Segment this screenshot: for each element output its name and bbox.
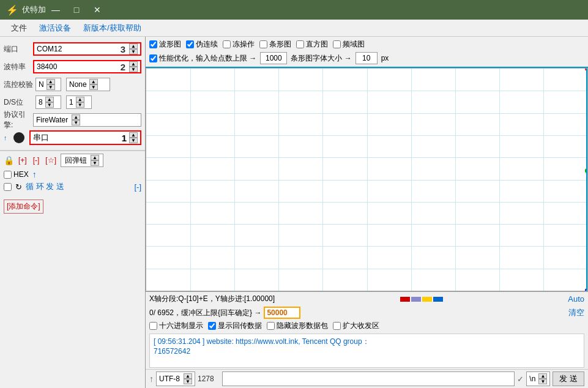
baud-down[interactable]: ▼	[129, 67, 138, 72]
perf-checkbox[interactable]	[149, 54, 157, 62]
close-button[interactable]: ✕	[87, 2, 107, 18]
toolbar-row2: 性能优化，输入绘点数上限 → 条形图字体大小 → px	[146, 52, 588, 68]
expand-recv-checkbox[interactable]	[333, 322, 341, 330]
send-mode-up[interactable]: ▲	[129, 132, 138, 138]
lock-row: 🔒 [+] [-] [☆] 回弹钮 ▲ ▼	[4, 154, 141, 167]
port-up[interactable]: ▲	[129, 43, 138, 49]
loop-checkbox[interactable]	[4, 183, 12, 191]
send-up-icon[interactable]: ↑	[149, 374, 154, 384]
ds-select2[interactable]: 1 ▲ ▼	[66, 95, 92, 109]
send-mode-spinner[interactable]: ▲ ▼	[129, 132, 138, 143]
hide-wave-checkbox[interactable]	[267, 322, 275, 330]
port-badge: 3	[121, 44, 125, 54]
connection-dot	[13, 132, 24, 143]
ds-select1[interactable]: 8 ▲ ▼	[35, 95, 61, 109]
flow-spin1[interactable]: ▲ ▼	[47, 79, 55, 90]
flow-down2[interactable]: ▼	[89, 84, 98, 90]
waveform-checkbox[interactable]	[149, 40, 157, 48]
clear-link[interactable]: 清空	[568, 307, 584, 318]
add-bracket-btn[interactable]: [+]	[17, 155, 29, 165]
protocol-select[interactable]: FireWater ▲ ▼	[33, 113, 141, 127]
ds-up2[interactable]: ▲	[76, 97, 84, 102]
add-cmd-btn[interactable]: [添加命令]	[4, 200, 43, 214]
protocol-spinner[interactable]: ▲ ▼	[72, 114, 80, 125]
hide-wave-check: 隐藏波形数据包	[267, 321, 328, 331]
sub-bracket-btn[interactable]: [-]	[31, 155, 42, 165]
newline-down[interactable]: ▼	[538, 379, 547, 384]
bounce-up[interactable]: ▲	[91, 155, 99, 160]
buffer-input[interactable]	[264, 307, 300, 319]
encoding-value: UTF-8	[159, 375, 180, 383]
port-down[interactable]: ▼	[129, 49, 138, 54]
menu-help[interactable]: 新版本/获取帮助	[77, 20, 147, 36]
bounce-btn[interactable]: 回弹钮 ▲ ▼	[61, 154, 103, 167]
encoding-spinner[interactable]: ▲ ▼	[184, 373, 192, 384]
lock-icon[interactable]: 🔒	[4, 155, 14, 165]
freq-checkbox[interactable]	[333, 40, 341, 48]
hex-checkbox[interactable]	[4, 171, 12, 179]
baud-row: 波特率 38400 2 ▲ ▼	[4, 59, 141, 75]
bar-font-input[interactable]	[355, 52, 378, 64]
bounce-label: 回弹钮	[65, 155, 87, 166]
menu-activate[interactable]: 激活设备	[33, 20, 77, 36]
encoding-select[interactable]: UTF-8 ▲ ▼	[156, 371, 195, 386]
baud-badge: 2	[121, 62, 125, 72]
loop-sub-btn[interactable]: [-]	[134, 182, 141, 192]
newline-select[interactable]: \n ▲ ▼	[526, 371, 550, 386]
rect-label: 直方图	[306, 39, 328, 50]
scroll-up-icon[interactable]: ↑	[32, 170, 37, 179]
waveform-label: 波形图	[159, 39, 181, 50]
newline-up[interactable]: ▲	[538, 373, 547, 379]
simulate-checkbox[interactable]	[186, 40, 194, 48]
flow-up2[interactable]: ▲	[89, 79, 98, 84]
simulate-check: 伪连续	[186, 39, 218, 50]
port-input-box[interactable]: COM12 3 ▲ ▼	[33, 42, 141, 56]
ds-val2: 1	[69, 98, 73, 106]
baud-spinner[interactable]: ▲ ▼	[129, 61, 138, 72]
refresh-icon[interactable]: ↻	[15, 182, 22, 192]
left-panel: 端口 COM12 3 ▲ ▼ 波特率 38400 2	[0, 37, 146, 388]
ds-spin1[interactable]: ▲ ▼	[45, 97, 54, 108]
auto-link[interactable]: Auto	[568, 294, 584, 304]
flow-up1[interactable]: ▲	[47, 79, 55, 84]
chart-area[interactable]	[146, 68, 588, 291]
show-reply-checkbox[interactable]	[208, 322, 216, 330]
menu-file[interactable]: 文件	[5, 20, 33, 36]
flow-select1[interactable]: N ▲ ▼	[35, 78, 61, 91]
rect-checkbox[interactable]	[296, 40, 304, 48]
bar-checkbox[interactable]	[259, 40, 267, 48]
hex-row: HEX ↑	[4, 170, 141, 179]
maximize-button[interactable]: □	[67, 2, 86, 18]
flow-select2[interactable]: None ▲ ▼	[66, 78, 110, 91]
bounce-down[interactable]: ▼	[91, 160, 99, 166]
ds-down2[interactable]: ▼	[76, 102, 84, 108]
perf-value-input[interactable]	[260, 52, 287, 64]
config-section: 端口 COM12 3 ▲ ▼ 波特率 38400 2	[0, 37, 145, 151]
send-mode-box[interactable]: 串口 1 ▲ ▼	[29, 130, 142, 145]
send-button[interactable]: 发 送	[553, 371, 584, 386]
ds-up1[interactable]: ▲	[45, 97, 54, 102]
loop-send-label[interactable]: 循 环 发 送	[26, 181, 130, 192]
bar-font-unit: px	[381, 54, 389, 62]
star-bracket-btn[interactable]: [☆]	[43, 155, 58, 165]
minimize-button[interactable]: —	[46, 2, 65, 18]
send-mode-down[interactable]: ▼	[129, 138, 138, 143]
baud-up[interactable]: ▲	[129, 61, 138, 67]
protocol-label: 协议引擎:	[4, 110, 33, 130]
newline-spinner[interactable]: ▲ ▼	[538, 373, 547, 384]
encoding-up[interactable]: ▲	[184, 373, 192, 379]
ds-spin2[interactable]: ▲ ▼	[76, 97, 84, 108]
protocol-up[interactable]: ▲	[72, 114, 80, 120]
hex-display-checkbox[interactable]	[149, 322, 157, 330]
freeze-checkbox[interactable]	[223, 40, 231, 48]
encoding-down[interactable]: ▼	[184, 379, 192, 384]
baud-input-box[interactable]: 38400 2 ▲ ▼	[33, 60, 141, 73]
protocol-down[interactable]: ▼	[72, 120, 80, 125]
port-spinner[interactable]: ▲ ▼	[129, 43, 138, 54]
expand-recv-label: 扩大收发区	[343, 321, 379, 331]
ds-down1[interactable]: ▼	[45, 102, 54, 108]
send-input[interactable]	[222, 371, 515, 386]
flow-spin2[interactable]: ▲ ▼	[89, 79, 98, 90]
bounce-spinner[interactable]: ▲ ▼	[91, 155, 99, 166]
flow-down1[interactable]: ▼	[47, 84, 55, 90]
